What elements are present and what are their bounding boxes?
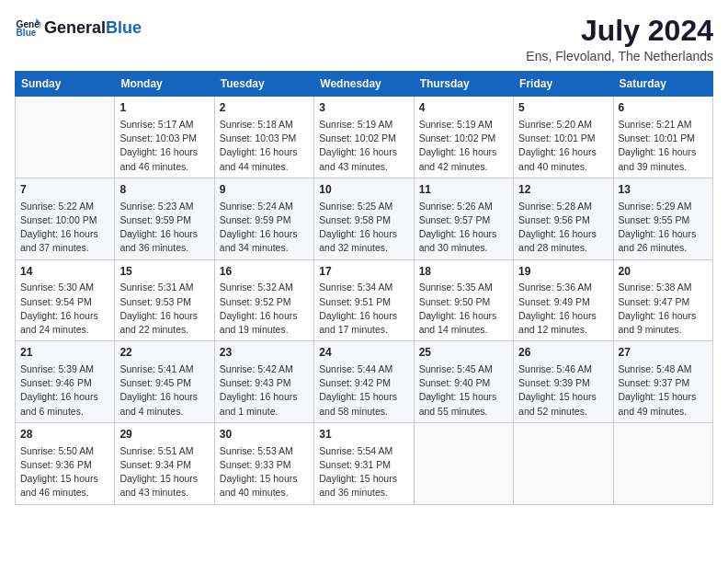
day-info: Sunrise: 5:28 AMSunset: 9:56 PMDaylight:… bbox=[518, 200, 608, 256]
day-number: 2 bbox=[220, 100, 309, 116]
day-number: 19 bbox=[518, 264, 608, 280]
header-friday: Friday bbox=[514, 72, 613, 97]
header-sunday: Sunday bbox=[16, 72, 115, 97]
day-info: Sunrise: 5:42 AMSunset: 9:43 PMDaylight:… bbox=[220, 362, 309, 419]
day-info: Sunrise: 5:26 AMSunset: 9:57 PMDaylight:… bbox=[419, 200, 508, 256]
month-year-title: July 2024 bbox=[526, 15, 713, 47]
header-thursday: Thursday bbox=[414, 72, 513, 97]
day-info: Sunrise: 5:32 AMSunset: 9:52 PMDaylight:… bbox=[220, 281, 309, 337]
day-number: 25 bbox=[419, 345, 508, 361]
day-info: Sunrise: 5:54 AMSunset: 9:31 PMDaylight:… bbox=[319, 444, 408, 500]
day-cell: 12Sunrise: 5:28 AMSunset: 9:56 PMDayligh… bbox=[514, 178, 613, 259]
day-info: Sunrise: 5:48 AMSunset: 9:37 PMDaylight:… bbox=[619, 362, 708, 419]
day-info: Sunrise: 5:50 AMSunset: 9:36 PMDaylight:… bbox=[20, 444, 109, 500]
day-cell: 27Sunrise: 5:48 AMSunset: 9:37 PMDayligh… bbox=[613, 341, 712, 423]
day-cell bbox=[16, 97, 115, 178]
day-cell: 22Sunrise: 5:41 AMSunset: 9:45 PMDayligh… bbox=[115, 341, 214, 423]
logo-general-text: General bbox=[44, 18, 106, 38]
day-info: Sunrise: 5:35 AMSunset: 9:50 PMDaylight:… bbox=[419, 281, 508, 337]
logo-icon: General Blue bbox=[15, 15, 40, 40]
day-info: Sunrise: 5:46 AMSunset: 9:39 PMDaylight:… bbox=[518, 362, 608, 419]
day-number: 31 bbox=[319, 427, 408, 442]
day-info: Sunrise: 5:41 AMSunset: 9:45 PMDaylight:… bbox=[119, 362, 209, 419]
day-cell: 14Sunrise: 5:30 AMSunset: 9:54 PMDayligh… bbox=[16, 259, 115, 341]
day-number: 11 bbox=[419, 182, 508, 198]
day-info: Sunrise: 5:39 AMSunset: 9:46 PMDaylight:… bbox=[20, 362, 109, 419]
day-cell: 28Sunrise: 5:50 AMSunset: 9:36 PMDayligh… bbox=[16, 422, 115, 504]
day-number: 18 bbox=[419, 264, 508, 280]
day-number: 30 bbox=[220, 427, 309, 442]
day-cell: 1Sunrise: 5:17 AMSunset: 10:03 PMDayligh… bbox=[115, 97, 214, 178]
day-cell: 24Sunrise: 5:44 AMSunset: 9:42 PMDayligh… bbox=[314, 341, 414, 423]
day-cell bbox=[414, 422, 513, 504]
day-cell: 26Sunrise: 5:46 AMSunset: 9:39 PMDayligh… bbox=[514, 341, 613, 423]
day-cell: 4Sunrise: 5:19 AMSunset: 10:02 PMDayligh… bbox=[414, 97, 513, 178]
day-cell: 18Sunrise: 5:35 AMSunset: 9:50 PMDayligh… bbox=[414, 259, 513, 341]
day-number: 14 bbox=[20, 264, 109, 280]
day-info: Sunrise: 5:36 AMSunset: 9:49 PMDaylight:… bbox=[518, 281, 608, 337]
day-number: 26 bbox=[518, 345, 608, 361]
day-number: 20 bbox=[619, 264, 708, 280]
day-number: 6 bbox=[619, 100, 708, 116]
day-info: Sunrise: 5:34 AMSunset: 9:51 PMDaylight:… bbox=[319, 281, 408, 337]
day-cell bbox=[613, 422, 712, 504]
day-cell: 17Sunrise: 5:34 AMSunset: 9:51 PMDayligh… bbox=[314, 259, 414, 341]
header-monday: Monday bbox=[115, 72, 214, 97]
day-cell: 20Sunrise: 5:38 AMSunset: 9:47 PMDayligh… bbox=[613, 259, 712, 341]
day-number: 12 bbox=[518, 182, 608, 198]
day-number: 9 bbox=[220, 182, 309, 198]
day-cell: 16Sunrise: 5:32 AMSunset: 9:52 PMDayligh… bbox=[214, 259, 313, 341]
day-cell bbox=[514, 422, 613, 504]
day-cell: 29Sunrise: 5:51 AMSunset: 9:34 PMDayligh… bbox=[115, 422, 214, 504]
page-header: General Blue General Blue July 2024 Ens,… bbox=[15, 15, 713, 63]
day-info: Sunrise: 5:30 AMSunset: 9:54 PMDaylight:… bbox=[20, 281, 109, 337]
day-info: Sunrise: 5:53 AMSunset: 9:33 PMDaylight:… bbox=[220, 444, 309, 500]
day-info: Sunrise: 5:29 AMSunset: 9:55 PMDaylight:… bbox=[619, 200, 708, 256]
day-number: 4 bbox=[419, 100, 508, 116]
day-cell: 11Sunrise: 5:26 AMSunset: 9:57 PMDayligh… bbox=[414, 178, 513, 259]
day-info: Sunrise: 5:22 AMSunset: 10:00 PMDaylight… bbox=[20, 200, 109, 256]
day-info: Sunrise: 5:25 AMSunset: 9:58 PMDaylight:… bbox=[319, 200, 408, 256]
day-cell: 19Sunrise: 5:36 AMSunset: 9:49 PMDayligh… bbox=[514, 259, 613, 341]
day-cell: 13Sunrise: 5:29 AMSunset: 9:55 PMDayligh… bbox=[613, 178, 712, 259]
svg-text:Blue: Blue bbox=[17, 28, 37, 38]
day-number: 16 bbox=[220, 264, 309, 280]
logo-blue-text: Blue bbox=[106, 18, 142, 38]
day-number: 10 bbox=[319, 182, 408, 198]
day-info: Sunrise: 5:45 AMSunset: 9:40 PMDaylight:… bbox=[419, 362, 508, 419]
day-number: 24 bbox=[319, 345, 408, 361]
logo: General Blue General Blue bbox=[15, 15, 142, 40]
day-number: 23 bbox=[220, 345, 309, 361]
day-cell: 9Sunrise: 5:24 AMSunset: 9:59 PMDaylight… bbox=[214, 178, 313, 259]
day-number: 28 bbox=[20, 427, 109, 442]
day-cell: 3Sunrise: 5:19 AMSunset: 10:02 PMDayligh… bbox=[314, 97, 414, 178]
week-row-5: 28Sunrise: 5:50 AMSunset: 9:36 PMDayligh… bbox=[16, 422, 713, 504]
week-row-3: 14Sunrise: 5:30 AMSunset: 9:54 PMDayligh… bbox=[16, 259, 713, 341]
location-text: Ens, Flevoland, The Netherlands bbox=[526, 49, 713, 63]
calendar-table: SundayMondayTuesdayWednesdayThursdayFrid… bbox=[15, 71, 713, 504]
day-cell: 30Sunrise: 5:53 AMSunset: 9:33 PMDayligh… bbox=[214, 422, 313, 504]
header-wednesday: Wednesday bbox=[314, 72, 414, 97]
day-info: Sunrise: 5:51 AMSunset: 9:34 PMDaylight:… bbox=[119, 444, 209, 500]
day-number: 22 bbox=[119, 345, 209, 361]
week-row-2: 7Sunrise: 5:22 AMSunset: 10:00 PMDayligh… bbox=[16, 178, 713, 259]
day-cell: 23Sunrise: 5:42 AMSunset: 9:43 PMDayligh… bbox=[214, 341, 313, 423]
day-info: Sunrise: 5:20 AMSunset: 10:01 PMDaylight… bbox=[518, 118, 608, 174]
day-cell: 15Sunrise: 5:31 AMSunset: 9:53 PMDayligh… bbox=[115, 259, 214, 341]
day-cell: 6Sunrise: 5:21 AMSunset: 10:01 PMDayligh… bbox=[613, 97, 712, 178]
day-number: 13 bbox=[619, 182, 708, 198]
weekday-header-row: SundayMondayTuesdayWednesdayThursdayFrid… bbox=[16, 72, 713, 97]
week-row-4: 21Sunrise: 5:39 AMSunset: 9:46 PMDayligh… bbox=[16, 341, 713, 423]
day-number: 27 bbox=[619, 345, 708, 361]
day-info: Sunrise: 5:44 AMSunset: 9:42 PMDaylight:… bbox=[319, 362, 408, 419]
header-tuesday: Tuesday bbox=[214, 72, 313, 97]
day-number: 29 bbox=[119, 427, 209, 442]
day-cell: 31Sunrise: 5:54 AMSunset: 9:31 PMDayligh… bbox=[314, 422, 414, 504]
title-block: July 2024 Ens, Flevoland, The Netherland… bbox=[526, 15, 713, 63]
day-number: 17 bbox=[319, 264, 408, 280]
day-info: Sunrise: 5:24 AMSunset: 9:59 PMDaylight:… bbox=[220, 200, 309, 256]
header-saturday: Saturday bbox=[613, 72, 712, 97]
day-cell: 21Sunrise: 5:39 AMSunset: 9:46 PMDayligh… bbox=[16, 341, 115, 423]
day-number: 15 bbox=[119, 264, 209, 280]
day-info: Sunrise: 5:21 AMSunset: 10:01 PMDaylight… bbox=[619, 118, 708, 174]
